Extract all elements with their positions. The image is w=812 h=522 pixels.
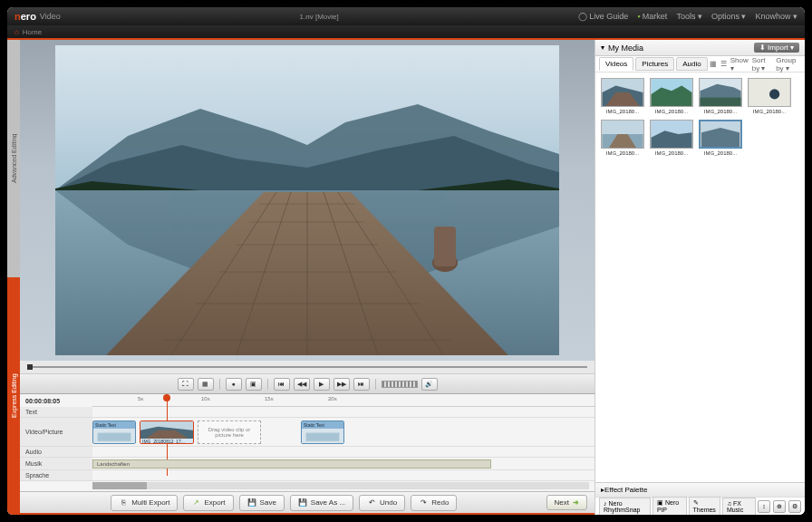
- media-thumb[interactable]: [601, 78, 644, 107]
- home-icon[interactable]: ⌂: [14, 28, 19, 36]
- effect-tabs: ♪ Nero RhythmSnap ▣ Nero PiP ✎ Themes ♫ …: [595, 497, 805, 515]
- svg-rect-26: [603, 121, 643, 134]
- express-editing-tab[interactable]: Express Editing: [7, 277, 20, 515]
- tools-menu[interactable]: Tools ▾: [676, 12, 702, 21]
- media-thumb[interactable]: [650, 120, 693, 149]
- time-ruler[interactable]: 5s 10s 15s 20s: [92, 394, 594, 407]
- musik-track[interactable]: Landschaften: [92, 458, 594, 469]
- next-button[interactable]: ⏭: [353, 378, 370, 391]
- effect-palette-title: Effect Palette: [604, 486, 647, 494]
- view-list-icon[interactable]: ☰: [720, 60, 727, 68]
- timecode-display: 00:00:08:05: [20, 398, 92, 404]
- effect-tool-1[interactable]: ↕: [758, 500, 770, 513]
- undo-icon: ↶: [367, 498, 376, 508]
- document-title: 1.nv [Movie]: [61, 13, 578, 21]
- transport-controls: ⛶ ▦ ● ▣ ⏮ ◀◀ ▶ ▶▶ ⏭ 🔊: [20, 373, 594, 393]
- save-button[interactable]: 💾Save: [239, 495, 285, 511]
- svg-rect-19: [306, 432, 340, 440]
- app-window: nneroero Video 1.nv [Movie] ◯ Live Guide…: [7, 7, 805, 515]
- knowhow-menu[interactable]: Knowhow ▾: [755, 12, 798, 21]
- pip-tab[interactable]: ▣ Nero PiP: [652, 497, 687, 515]
- snapshot-button[interactable]: ▣: [246, 378, 262, 391]
- musik-track-label: Musik: [20, 458, 92, 469]
- grid-button[interactable]: ▦: [198, 378, 214, 391]
- sprache-track[interactable]: [92, 470, 594, 480]
- show-menu[interactable]: Show ▾: [730, 56, 749, 72]
- sort-menu[interactable]: Sort by ▾: [752, 56, 772, 72]
- advanced-editing-tab[interactable]: Advanced Editing: [7, 40, 20, 277]
- effect-tool-3[interactable]: ⚙: [788, 500, 801, 513]
- media-thumb[interactable]: [601, 120, 644, 149]
- svg-rect-14: [434, 227, 456, 266]
- view-grid-icon[interactable]: ▦: [710, 60, 717, 68]
- multi-export-icon: ⎘: [119, 498, 128, 508]
- clip-static-1[interactable]: Static Text: [92, 420, 136, 444]
- fullscreen-button[interactable]: ⛶: [178, 378, 194, 391]
- media-thumb[interactable]: [650, 78, 693, 107]
- next-button[interactable]: Next ➜: [546, 495, 587, 510]
- import-button[interactable]: ⬇ Import ▾: [754, 43, 799, 53]
- video-track-label: Video/Picture: [20, 418, 92, 446]
- title-bar: nneroero Video 1.nv [Movie] ◯ Live Guide…: [7, 7, 805, 25]
- forward-button[interactable]: ▶▶: [334, 378, 350, 391]
- rhythm-tab[interactable]: ♪ Nero RhythmSnap: [599, 498, 651, 516]
- group-menu[interactable]: Group by ▾: [776, 56, 801, 72]
- media-thumb[interactable]: [748, 78, 791, 107]
- prev-button[interactable]: ⏮: [274, 378, 290, 391]
- volume-meter[interactable]: [382, 381, 418, 388]
- audio-track[interactable]: [92, 447, 594, 457]
- text-track-label: Text: [20, 407, 92, 417]
- pictures-tab[interactable]: Pictures: [635, 57, 674, 71]
- save-as-button[interactable]: 💾Save As ...: [290, 495, 353, 511]
- audio-track-label: Audio: [20, 447, 92, 457]
- undo-button[interactable]: ↶Undo: [359, 495, 405, 511]
- redo-icon: ↷: [419, 498, 428, 508]
- save-icon: 💾: [247, 498, 256, 508]
- next-arrow-icon: ➜: [573, 498, 579, 507]
- export-icon: ↗: [191, 498, 200, 508]
- svg-point-25: [769, 89, 779, 99]
- bottom-toolbar: ⎘Multi Export ↗Export 💾Save 💾Save As ...…: [20, 491, 594, 513]
- audio-tab[interactable]: Audio: [676, 57, 707, 71]
- redo-button[interactable]: ↷Redo: [411, 495, 457, 511]
- market-link[interactable]: ▪ Market: [637, 12, 667, 21]
- left-rail: Advanced Editing Express Editing: [7, 40, 20, 515]
- media-grid: IMG_20180... IMG_20180... IMG_20180... I…: [595, 72, 805, 482]
- save-as-icon: 💾: [298, 498, 307, 508]
- options-menu[interactable]: Options ▾: [711, 12, 747, 21]
- video-preview[interactable]: [55, 45, 559, 355]
- video-track[interactable]: Static Text IMG_20180812_17... Drag vide…: [92, 418, 594, 446]
- drop-target[interactable]: Drag video clip or picture here: [198, 420, 261, 444]
- videos-tab[interactable]: Videos: [599, 57, 633, 71]
- rewind-button[interactable]: ◀◀: [294, 378, 310, 391]
- export-button[interactable]: ↗Export: [183, 495, 233, 511]
- text-track[interactable]: [92, 407, 594, 417]
- scrub-bar[interactable]: [20, 361, 594, 373]
- sprache-track-label: Sprache: [20, 470, 92, 480]
- main-area: Advanced Editing Express Editing: [7, 40, 805, 515]
- clip-video-1[interactable]: IMG_20180812_17...: [140, 420, 194, 444]
- media-thumb[interactable]: [699, 78, 742, 107]
- timeline-scrollbar[interactable]: [20, 481, 594, 490]
- collapse-icon[interactable]: ▾: [601, 44, 604, 52]
- menu-bar: ⌂ Home: [7, 25, 805, 40]
- preview-area: [20, 40, 594, 361]
- fxmusic-tab[interactable]: ♫ FX Music: [722, 498, 756, 516]
- media-thumb[interactable]: [699, 120, 742, 149]
- themes-tab[interactable]: ✎ Themes: [689, 497, 720, 515]
- clip-static-2[interactable]: Static Text: [301, 420, 344, 444]
- home-link[interactable]: Home: [23, 28, 42, 36]
- multi-export-button[interactable]: ⎘Multi Export: [111, 495, 178, 511]
- effect-palette-header: ▸ Effect Palette: [595, 482, 805, 497]
- svg-rect-24: [749, 79, 790, 106]
- media-panel-header: ▾ My Media ⬇ Import ▾: [595, 40, 805, 56]
- live-guide-toggle[interactable]: ◯ Live Guide: [578, 12, 629, 21]
- svg-rect-16: [98, 432, 131, 440]
- play-button[interactable]: ▶: [314, 378, 330, 391]
- record-button[interactable]: ●: [226, 378, 242, 391]
- right-panel: ▾ My Media ⬇ Import ▾ Videos Pictures Au…: [594, 40, 805, 515]
- svg-rect-23: [701, 98, 741, 106]
- mute-button[interactable]: 🔊: [421, 378, 438, 391]
- musik-clip[interactable]: Landschaften: [92, 459, 491, 469]
- effect-tool-2[interactable]: ⊕: [773, 500, 786, 513]
